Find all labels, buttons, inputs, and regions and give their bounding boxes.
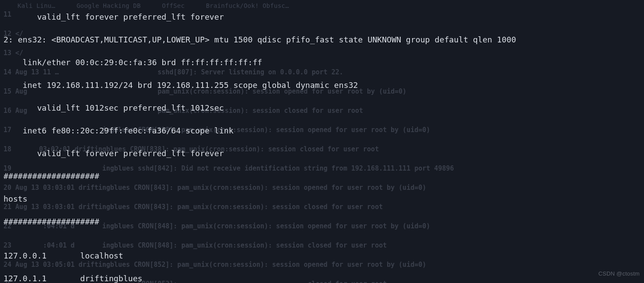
terminal-line: 2: ens32: <BROADCAST,MULTICAST,UP,LOWER_… [4,34,640,45]
terminal-line: inet 192.168.111.192/24 brd 192.168.111.… [4,80,640,91]
terminal-line: valid_lft 1012sec preferred_lft 1012sec [4,102,640,114]
terminal-output[interactable]: valid_lft forever preferred_lft forever … [0,0,644,283]
terminal-line: valid_lft forever preferred_lft forever [4,148,640,159]
terminal-line: 127.0.0.1 localhost [4,250,640,262]
terminal-line: #################### [4,171,640,182]
terminal-line: 127.0.1.1 driftingblues [4,273,640,283]
watermark: CSDN @ctostm [598,268,640,280]
terminal-line: valid_lft forever preferred_lft forever [4,11,640,23]
terminal-line: #################### [4,216,640,227]
terminal-line: link/ether 00:0c:29:0c:fa:36 brd ff:ff:f… [4,57,640,68]
terminal-line: hosts [4,193,640,205]
terminal-line: inet6 fe80::20c:29ff:fe0c:fa36/64 scope … [4,125,640,136]
